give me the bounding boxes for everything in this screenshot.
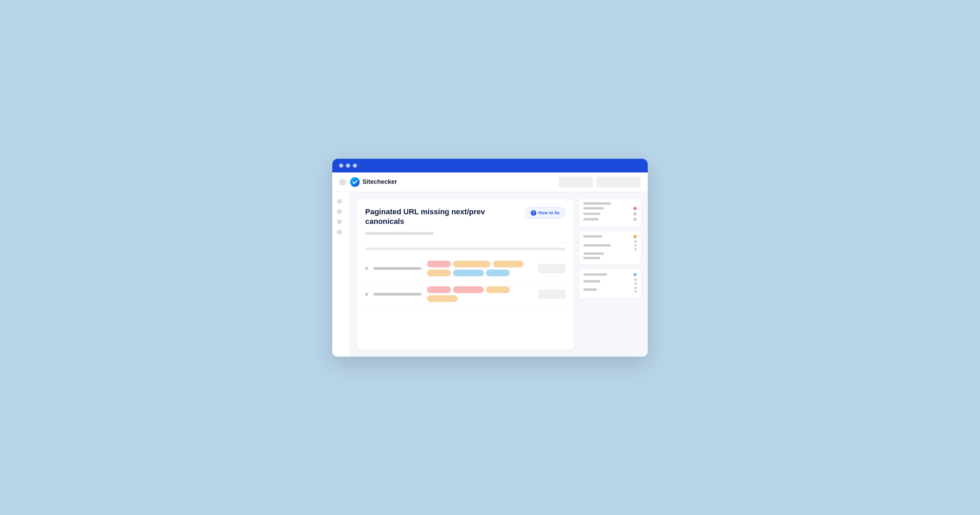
row-url-1 — [374, 267, 422, 270]
table-row — [365, 256, 565, 281]
traffic-light-2 — [346, 164, 350, 168]
rp-bar — [583, 273, 607, 276]
traffic-light-1 — [339, 164, 343, 168]
browser-content: Paginated URL missing next/prev canonica… — [332, 192, 648, 357]
browser-toolbar: Sitechecker — [332, 172, 648, 192]
rp-bar — [583, 213, 600, 215]
how-to-fix-button[interactable]: ? How to fix — [525, 207, 565, 219]
rp-row — [583, 202, 637, 205]
tag — [427, 261, 451, 267]
rp-bar — [583, 244, 611, 246]
rp-section-3 — [579, 270, 641, 298]
logo-icon — [350, 177, 360, 187]
rp-dots-group — [634, 278, 637, 285]
content-panel: Paginated URL missing next/prev canonica… — [357, 199, 574, 350]
tag — [453, 270, 484, 277]
subtitle-bar — [365, 232, 434, 235]
sidebar-item-3 — [337, 219, 342, 224]
how-to-fix-label: How to fix — [538, 210, 560, 215]
rp-bar — [583, 218, 599, 221]
sidebar-item-4 — [337, 230, 342, 235]
rp-row — [583, 212, 637, 216]
rp-bar — [583, 280, 600, 283]
tag — [486, 270, 510, 277]
rp-row — [583, 257, 637, 259]
row-action-2[interactable] — [538, 289, 565, 299]
rp-dot-sm — [634, 291, 637, 293]
status-dot-orange — [633, 235, 637, 238]
sidebar-item-2 — [337, 209, 342, 214]
issue-title: Paginated URL missing next/prev canonica… — [365, 207, 495, 227]
tag — [427, 295, 458, 302]
rp-bar — [583, 257, 600, 259]
rp-row — [583, 278, 637, 285]
toolbar-button-1[interactable] — [558, 176, 593, 188]
row-action-1[interactable] — [538, 264, 565, 273]
rp-dots-group — [634, 287, 637, 293]
rp-dots-group — [634, 240, 637, 250]
nav-circle — [339, 179, 346, 186]
rp-dot-sm — [634, 248, 637, 250]
rp-row — [583, 207, 637, 210]
filter-bar — [365, 248, 565, 250]
tag — [493, 261, 523, 267]
rp-row — [583, 287, 637, 293]
tag — [453, 261, 491, 267]
status-dot-gray — [633, 212, 637, 216]
rp-section-2 — [579, 231, 641, 265]
sidebar — [332, 192, 350, 357]
row-tags-1 — [427, 261, 533, 277]
table-row — [365, 281, 565, 307]
browser-titlebar — [332, 159, 648, 172]
rp-row — [583, 273, 637, 277]
help-icon: ? — [531, 210, 536, 216]
status-dot-gray — [633, 218, 637, 221]
rp-bar — [583, 288, 597, 291]
toolbar-button-2[interactable] — [596, 176, 641, 188]
rp-bar — [583, 202, 611, 205]
rp-bar — [583, 235, 602, 238]
tag — [427, 286, 451, 293]
sidebar-item-1 — [337, 199, 342, 203]
status-dot-blue — [633, 273, 637, 277]
browser-window: Sitechecker Paginated URL missing next/p… — [332, 159, 648, 357]
row-url-2 — [374, 293, 422, 296]
row-indicator-2 — [365, 293, 368, 296]
issue-header: Paginated URL missing next/prev canonica… — [365, 207, 565, 227]
rp-row — [583, 252, 637, 255]
rp-dot-sm — [634, 287, 637, 289]
toolbar-buttons — [558, 176, 641, 188]
rp-section-1 — [579, 199, 641, 227]
rp-dot-sm — [634, 282, 637, 285]
rp-row — [583, 235, 637, 238]
svg-point-0 — [350, 177, 360, 187]
rp-dot-sm — [634, 244, 637, 246]
logo-area: Sitechecker — [350, 177, 554, 187]
rp-row — [583, 240, 637, 250]
rp-row — [583, 218, 637, 221]
status-dot-red — [633, 207, 637, 210]
row-indicator-1 — [365, 267, 368, 270]
main-area: Paginated URL missing next/prev canonica… — [350, 192, 648, 357]
tag — [453, 286, 484, 293]
rp-dot-sm — [634, 278, 637, 281]
row-tags-2 — [427, 286, 533, 302]
rp-dot-sm — [634, 240, 637, 243]
tag — [486, 286, 510, 293]
tag — [427, 270, 451, 277]
logo-text: Sitechecker — [363, 178, 397, 186]
rp-bar — [583, 252, 604, 255]
traffic-light-3 — [353, 164, 357, 168]
rp-bar — [583, 207, 604, 210]
right-panel — [579, 199, 641, 350]
